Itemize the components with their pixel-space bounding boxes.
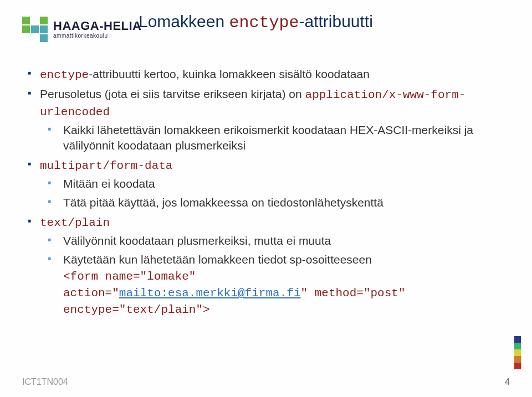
bullet-text: -attribuutti kertoo, kuinka lomakkeen si…: [89, 68, 370, 80]
bullet-sub-item: Välilyönnit koodataan plusmerkeiksi, mut…: [48, 233, 510, 249]
slide-content: enctype-attribuutti kertoo, kuinka lomak…: [28, 66, 510, 322]
code-text: multipart/form-data: [40, 159, 172, 172]
title-post: -attribuutti: [299, 12, 372, 30]
mailto-link[interactable]: mailto:esa.merkki@firma.fi: [119, 287, 301, 300]
bullet-item: multipart/form-data Mitään ei koodata Tä…: [28, 157, 510, 211]
code-line: " method="post": [300, 287, 405, 300]
strip-block: [514, 349, 521, 356]
bullet-text: Tätä pitää käyttää, jos lomakkeessa on t…: [63, 196, 383, 209]
page-number: 4: [505, 377, 510, 387]
logo: HAAGA-HELIA ammattikorkeakoulu: [22, 17, 142, 42]
strip-block: [514, 363, 521, 369]
strip-block: [514, 343, 521, 349]
bullet-sub-item: Tätä pitää käyttää, jos lomakkeessa on t…: [48, 195, 510, 210]
strip-block: [514, 336, 521, 343]
bullet-item: enctype-attribuutti kertoo, kuinka lomak…: [28, 66, 510, 83]
code-line: <form name="lomake": [63, 270, 196, 283]
code-text: enctype: [40, 69, 89, 81]
bullet-item: text/plain Välilyönnit koodataan plusmer…: [28, 214, 510, 318]
bullet-text: Kaikki lähetettävän lomakkeen erikoismer…: [63, 123, 473, 152]
slide-title: Lomakkeen enctype-attribuutti: [139, 12, 373, 32]
code-text: text/plain: [40, 216, 110, 229]
title-code: enctype: [229, 13, 299, 32]
bullet-sub-item: Kaikki lähetettävän lomakkeen erikoismer…: [48, 122, 510, 154]
code-line: enctype="text/plain">: [63, 303, 210, 316]
bullet-text: Käytetään kun lähetetään lomakkeen tiedo…: [63, 253, 372, 266]
color-strip: [514, 336, 521, 369]
logo-main: HAAGA-HELIA: [53, 20, 142, 32]
title-pre: Lomakkeen: [139, 12, 229, 30]
bullet-sub-item: Käytetään kun lähetetään lomakkeen tiedo…: [48, 252, 510, 318]
code-line: action=": [63, 287, 119, 300]
bullet-text: Välilyönnit koodataan plusmerkeiksi, mut…: [63, 234, 331, 247]
bullet-item: Perusoletus (jota ei siis tarvitse eriks…: [28, 86, 510, 153]
strip-block: [514, 356, 521, 363]
bullet-text: Perusoletus (jota ei siis tarvitse eriks…: [40, 87, 305, 100]
bullet-text: Mitään ei koodata: [63, 177, 155, 190]
logo-text: HAAGA-HELIA ammattikorkeakoulu: [53, 20, 142, 39]
logo-mark: [22, 17, 48, 42]
footer-code: ICT1TN004: [22, 377, 68, 387]
bullet-sub-item: Mitään ei koodata: [48, 176, 510, 192]
logo-sub: ammattikorkeakoulu: [53, 33, 142, 39]
